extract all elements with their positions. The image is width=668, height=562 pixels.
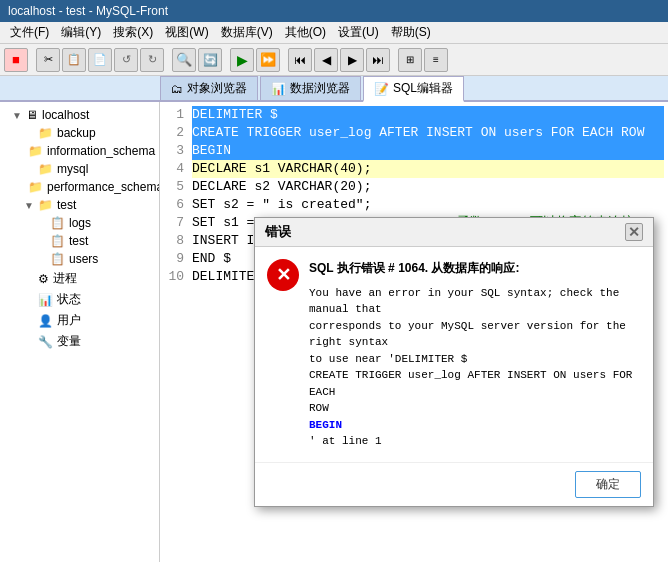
menu-database[interactable]: 数据库(V) <box>215 22 279 43</box>
line-num-5: 5 <box>164 178 184 196</box>
undo-button[interactable]: ↺ <box>114 48 138 72</box>
menu-bar: 文件(F) 编辑(Y) 搜索(X) 视图(W) 数据库(V) 其他(O) 设置(… <box>0 22 668 44</box>
mysql-icon: 📁 <box>38 162 53 176</box>
line-num-6: 6 <box>164 196 184 214</box>
menu-settings[interactable]: 设置(U) <box>332 22 385 43</box>
backup-icon: 📁 <box>38 126 53 140</box>
menu-other[interactable]: 其他(O) <box>279 22 332 43</box>
users-icon: 📋 <box>50 252 65 266</box>
dialog-body: ✕ SQL 执行错误 # 1064. 从数据库的响应: You have an … <box>255 247 653 461</box>
last-button[interactable]: ⏭ <box>366 48 390 72</box>
redo-button[interactable]: ↻ <box>140 48 164 72</box>
line-num-2: 2 <box>164 124 184 142</box>
sql-line-3: 3 BEGIN <box>164 142 664 160</box>
sql-line-6: 6 SET s2 = " is created"; <box>164 196 664 214</box>
user-admin-label: 用户 <box>57 312 81 329</box>
line-num-8: 8 <box>164 232 184 250</box>
tab-sql-editor[interactable]: 📝 SQL编辑器 <box>363 76 464 102</box>
error-detail: You have an error in your SQL syntax; ch… <box>309 285 641 450</box>
line-num-10: 10 <box>164 268 184 286</box>
object-browser-label: 对象浏览器 <box>187 80 247 97</box>
content-area: 1 DELIMITER $ 2 CREATE TRIGGER user_log … <box>160 102 668 562</box>
copy-button[interactable]: 📋 <box>62 48 86 72</box>
line-num-3: 3 <box>164 142 184 160</box>
first-button[interactable]: ⏮ <box>288 48 312 72</box>
stop-button[interactable]: ■ <box>4 48 28 72</box>
data-browser-label: 数据浏览器 <box>290 80 350 97</box>
users-label: users <box>69 252 98 266</box>
sidebar-item-process[interactable]: ⚙ 进程 <box>0 268 159 289</box>
menu-edit[interactable]: 编辑(Y) <box>55 22 107 43</box>
line-content-5: DECLARE s2 VARCHAR(20); <box>192 178 664 196</box>
tab-data-browser[interactable]: 📊 数据浏览器 <box>260 76 361 100</box>
sidebar-item-information-schema[interactable]: 📁 information_schema <box>0 142 159 160</box>
sidebar-item-logs[interactable]: 📋 logs <box>0 214 159 232</box>
sidebar-item-users-admin[interactable]: 👤 用户 <box>0 310 159 331</box>
cut-button[interactable]: ✂ <box>36 48 60 72</box>
error-icon: ✕ <box>267 259 299 291</box>
user-admin-icon: 👤 <box>38 314 53 328</box>
next-button[interactable]: ▶ <box>340 48 364 72</box>
sidebar-item-mysql[interactable]: 📁 mysql <box>0 160 159 178</box>
info-schema-icon: 📁 <box>28 144 43 158</box>
search-btn[interactable]: 🔍 <box>172 48 196 72</box>
line-num-4: 4 <box>164 160 184 178</box>
sidebar-item-status[interactable]: 📊 状态 <box>0 289 159 310</box>
grid-btn[interactable]: ⊞ <box>398 48 422 72</box>
sidebar-item-performance-schema[interactable]: 📁 performance_schema <box>0 178 159 196</box>
menu-view[interactable]: 视图(W) <box>159 22 214 43</box>
paste-button[interactable]: 📄 <box>88 48 112 72</box>
perf-schema-label: performance_schema <box>47 180 160 194</box>
line-content-6: SET s2 = " is created"; <box>192 196 664 214</box>
error-dialog: 错误 ✕ ✕ SQL 执行错误 # 1064. 从数据库的响应: You hav… <box>254 217 654 506</box>
sidebar-item-variables[interactable]: 🔧 变量 <box>0 331 159 352</box>
error-detail-line1: You have an error in your SQL syntax; ch… <box>309 287 632 448</box>
test-label: test <box>57 198 76 212</box>
dialog-footer: 确定 <box>255 462 653 506</box>
list-btn[interactable]: ≡ <box>424 48 448 72</box>
dialog-close-button[interactable]: ✕ <box>625 223 643 241</box>
process-label: 进程 <box>53 270 77 287</box>
line-content-3: BEGIN <box>192 142 664 160</box>
title-text: localhost - test - MySQL-Front <box>8 4 168 18</box>
title-bar: localhost - test - MySQL-Front <box>0 0 668 22</box>
line-content-2: CREATE TRIGGER user_log AFTER INSERT ON … <box>192 124 664 142</box>
process-icon: ⚙ <box>38 272 49 286</box>
test-table-icon: 📋 <box>50 234 65 248</box>
sql-line-1: 1 DELIMITER $ <box>164 106 664 124</box>
test-icon: 📁 <box>38 198 53 212</box>
replace-btn[interactable]: 🔄 <box>198 48 222 72</box>
tab-object-browser[interactable]: 🗂 对象浏览器 <box>160 76 258 100</box>
menu-search[interactable]: 搜索(X) <box>107 22 159 43</box>
dialog-title-bar: 错误 ✕ <box>255 218 653 247</box>
ok-button[interactable]: 确定 <box>575 471 641 498</box>
error-title: SQL 执行错误 # 1064. 从数据库的响应: <box>309 259 641 278</box>
sidebar-item-backup[interactable]: 📁 backup <box>0 124 159 142</box>
run-button[interactable]: ▶ <box>230 48 254 72</box>
line-content-4: DECLARE s1 VARCHAR(40); <box>192 160 664 178</box>
test-table-label: test <box>69 234 88 248</box>
menu-file[interactable]: 文件(F) <box>4 22 55 43</box>
sidebar-item-localhost[interactable]: ▼ 🖥 localhost <box>0 106 159 124</box>
sql-line-5: 5 DECLARE s2 VARCHAR(20); <box>164 178 664 196</box>
prev-button[interactable]: ◀ <box>314 48 338 72</box>
sql-editor-label: SQL编辑器 <box>393 80 453 97</box>
sidebar-item-users[interactable]: 📋 users <box>0 250 159 268</box>
line-content-1: DELIMITER $ <box>192 106 664 124</box>
mysql-label: mysql <box>57 162 88 176</box>
dialog-title-text: 错误 <box>265 223 291 241</box>
logs-label: logs <box>69 216 91 230</box>
line-num-9: 9 <box>164 250 184 268</box>
expand-icon: ▼ <box>24 200 34 211</box>
run-all-button[interactable]: ⏩ <box>256 48 280 72</box>
status-label: 状态 <box>57 291 81 308</box>
status-icon: 📊 <box>38 293 53 307</box>
object-browser-icon: 🗂 <box>171 82 183 96</box>
logs-icon: 📋 <box>50 216 65 230</box>
info-schema-label: information_schema <box>47 144 155 158</box>
menu-help[interactable]: 帮助(S) <box>385 22 437 43</box>
sql-line-4: 4 DECLARE s1 VARCHAR(40); <box>164 160 664 178</box>
data-browser-icon: 📊 <box>271 82 286 96</box>
sidebar-item-test[interactable]: ▼ 📁 test <box>0 196 159 214</box>
sidebar-item-test-table[interactable]: 📋 test <box>0 232 159 250</box>
